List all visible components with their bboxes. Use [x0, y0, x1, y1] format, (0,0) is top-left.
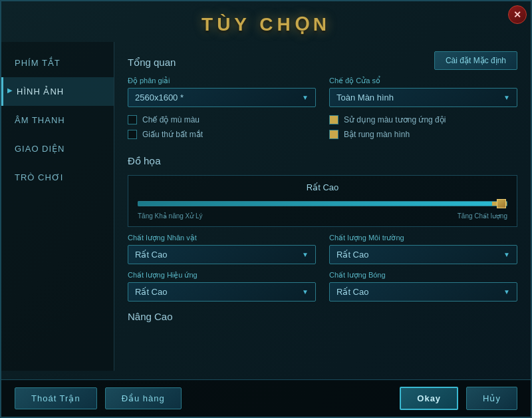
sidebar-item-giao-dien[interactable]: GIAO DIỆN — [1, 134, 114, 163]
quality-label-2: Chất lượng Hiệu ứng — [128, 271, 316, 280]
quality-item-3: Chất lượng Bóng Rất Cao ▼ — [329, 271, 517, 302]
quality-value-1: Rất Cao — [336, 250, 368, 260]
close-button[interactable]: ✕ — [508, 5, 527, 24]
dialog-overlay: ✕ TÙY CHỌN PHÍM TẮT HÌNH ẢNH ÂM THANH GI… — [0, 0, 532, 418]
checkbox-screen-shake-label: Bật rung màn hình — [344, 130, 410, 139]
checkbox-colorblind-row[interactable]: Chế độ mù màu — [128, 115, 316, 124]
sidebar: PHÍM TẮT HÌNH ẢNH ÂM THANH GIAO DIỆN TRÒ… — [1, 42, 114, 371]
default-settings-button[interactable]: Cài đặt Mặc định — [434, 51, 517, 70]
window-mode-arrow-icon: ▼ — [503, 94, 510, 101]
slider-thumb[interactable] — [497, 199, 506, 208]
slider-fill — [138, 202, 492, 206]
graphics-section: Đồ họa Rất Cao Tăng Khả năng Xử Lý Tăng … — [128, 155, 517, 302]
checkbox-colorblind-col: Chế độ mù màu Giấu thứ bất mắt — [128, 115, 316, 144]
checkbox-colorblind-box[interactable] — [128, 115, 137, 124]
quality-item-0: Chất lượng Nhân vật Rất Cao ▼ — [128, 234, 316, 264]
checkbox-team-color-box[interactable] — [329, 115, 338, 124]
checkbox-hide-first-label: Giấu thứ bất mắt — [142, 130, 203, 139]
resolution-windowmode-row: Độ phân giải 2560x1600 * ▼ Chế độ Cửa sổ… — [128, 77, 517, 107]
resolution-value: 2560x1600 * — [135, 93, 184, 103]
window-mode-value: Toàn Màn hình — [336, 93, 394, 103]
sidebar-item-hinh-anh[interactable]: HÌNH ẢNH — [1, 77, 114, 106]
quality-label-1: Chất lượng Môi trường — [329, 234, 517, 242]
quality-value-3: Rất Cao — [336, 287, 368, 297]
window-mode-col: Chế độ Cửa sổ Toàn Màn hình ▼ — [329, 77, 517, 107]
resolution-label: Độ phân giải — [128, 77, 316, 85]
quality-value-0: Rất Cao — [135, 250, 167, 260]
resolution-arrow-icon: ▼ — [302, 94, 309, 101]
checkbox-team-color-row[interactable]: Sử dụng màu tương ứng đội — [329, 115, 517, 124]
exit-battle-button[interactable]: Thoát Trận — [15, 387, 97, 409]
quality-arrow-3-icon: ▼ — [503, 288, 510, 296]
sidebar-item-am-thanh[interactable]: ÂM THANH — [1, 106, 114, 134]
slider-track — [138, 201, 507, 206]
surrender-button[interactable]: Đầu hàng — [105, 387, 182, 409]
checkbox-team-color-label: Sử dụng màu tương ứng đội — [344, 115, 446, 124]
slider-left-label: Tăng Khả năng Xử Lý — [138, 212, 203, 220]
checkbox-hide-first-row[interactable]: Giấu thứ bất mắt — [128, 130, 316, 139]
quality-item-1: Chất lượng Môi trường Rất Cao ▼ — [329, 234, 517, 264]
close-icon: ✕ — [513, 9, 521, 20]
graphics-quality-box: Rất Cao Tăng Khả năng Xử Lý Tăng Chất lư… — [128, 175, 517, 227]
window-mode-label: Chế độ Cửa sổ — [329, 77, 517, 85]
cancel-button[interactable]: Hủy — [466, 387, 517, 410]
slider-labels: Tăng Khả năng Xử Lý Tăng Chất lượng — [138, 212, 507, 220]
quality-label-0: Chất lượng Nhân vật — [128, 234, 316, 242]
quality-dropdown-2[interactable]: Rất Cao ▼ — [128, 282, 316, 302]
quality-arrow-0-icon: ▼ — [302, 251, 309, 258]
quality-label-3: Chất lượng Bóng — [329, 271, 517, 280]
checkboxes-row-1: Chế độ mù màu Giấu thứ bất mắt Sử dụng m… — [128, 115, 517, 144]
quality-arrow-1-icon: ▼ — [503, 251, 510, 258]
quality-dropdown-0[interactable]: Rất Cao ▼ — [128, 245, 316, 264]
bottom-left-buttons: Thoát Trận Đầu hàng — [15, 387, 182, 409]
quality-dropdown-3[interactable]: Rất Cao ▼ — [329, 282, 517, 302]
resolution-dropdown[interactable]: 2560x1600 * ▼ — [128, 88, 316, 107]
okay-button[interactable]: Okay — [400, 387, 458, 410]
dialog-title: TÙY CHỌN — [1, 1, 531, 42]
checkbox-hide-first-box[interactable] — [128, 130, 137, 139]
quality-value-2: Rất Cao — [135, 287, 167, 297]
graphics-slider[interactable] — [138, 198, 507, 210]
quality-dropdown-1[interactable]: Rất Cao ▼ — [329, 245, 517, 264]
bottom-right-buttons: Okay Hủy — [400, 387, 517, 410]
resolution-col: Độ phân giải 2560x1600 * ▼ — [128, 77, 316, 107]
graphics-quality-label: Rất Cao — [138, 182, 507, 192]
main-layout: PHÍM TẮT HÌNH ẢNH ÂM THANH GIAO DIỆN TRÒ… — [1, 42, 531, 371]
checkbox-screen-shake-box[interactable] — [329, 130, 338, 139]
graphics-section-title: Đồ họa — [128, 155, 517, 167]
slider-right-label: Tăng Chất lượng — [458, 212, 507, 220]
window-mode-dropdown[interactable]: Toàn Màn hình ▼ — [329, 88, 517, 107]
advanced-section-title: Nâng Cao — [128, 311, 517, 322]
checkbox-colorblind-label: Chế độ mù màu — [142, 115, 200, 124]
quality-item-2: Chất lượng Hiệu ứng Rất Cao ▼ — [128, 271, 316, 302]
sidebar-item-tro-choi[interactable]: TRÒ CHƠI — [1, 163, 114, 192]
bottom-bar: Thoát Trận Đầu hàng Okay Hủy — [1, 379, 531, 417]
quality-grid: Chất lượng Nhân vật Rất Cao ▼ Chất lượng… — [128, 234, 517, 302]
content-area: Cài đặt Mặc định Tổng quan Độ phân giải … — [114, 42, 531, 371]
checkbox-right-col: Sử dụng màu tương ứng đội Bật rung màn h… — [329, 115, 517, 144]
checkbox-screen-shake-row[interactable]: Bật rung màn hình — [329, 130, 517, 139]
advanced-section: Nâng Cao — [128, 311, 517, 322]
quality-arrow-2-icon: ▼ — [302, 288, 309, 296]
sidebar-item-phim-tat[interactable]: PHÍM TẮT — [1, 49, 114, 77]
